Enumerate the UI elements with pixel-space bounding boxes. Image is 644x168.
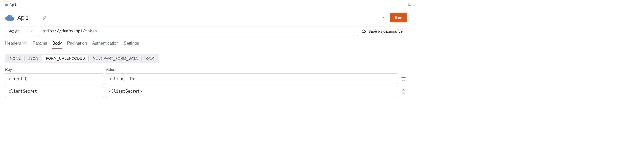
- request-subtabs: Headers 1 Params Body Pagination Authent…: [0, 36, 412, 49]
- cloud-icon: [5, 4, 8, 6]
- window: Api1 Api1 ··· Run POST Save as datasourc…: [0, 0, 412, 107]
- run-button[interactable]: Run: [390, 13, 407, 22]
- body-type-json[interactable]: JSON: [25, 55, 42, 62]
- chevron-down-icon: [30, 29, 33, 33]
- tab-settings[interactable]: Settings: [124, 41, 139, 49]
- more-menu-button[interactable]: ···: [380, 14, 387, 21]
- form-data-table: Key Value: [0, 63, 412, 97]
- kv-value-input[interactable]: [106, 73, 398, 84]
- body-type-segment: NONE JSON FORM_URLENCODED MULTIPART_FORM…: [5, 54, 159, 63]
- kv-key-input[interactable]: [5, 86, 104, 97]
- tab-headers-label: Headers: [5, 41, 21, 46]
- kv-header-row: Key Value: [5, 67, 407, 72]
- tabstrip-right: [408, 0, 412, 8]
- tab-authentication[interactable]: Authentication: [92, 41, 118, 49]
- panel-toggle-icon[interactable]: [408, 2, 411, 6]
- save-datasource-label: Save as datasource: [368, 29, 403, 33]
- kv-header-key: Key: [5, 67, 104, 72]
- tab-active-indicator: [2, 1, 10, 1]
- body-type-raw[interactable]: RAW: [142, 55, 158, 62]
- kv-row: [5, 73, 407, 84]
- tab-pagination[interactable]: Pagination: [67, 41, 87, 49]
- kv-value-input[interactable]: [106, 86, 398, 97]
- svg-rect-0: [408, 3, 411, 6]
- kv-row: [5, 86, 407, 97]
- edit-icon[interactable]: [42, 16, 47, 20]
- trash-icon: [401, 89, 406, 94]
- delete-row-button[interactable]: [400, 88, 407, 95]
- body-type-multipart[interactable]: MULTIPART_FORM_DATA: [89, 55, 141, 62]
- url-input[interactable]: [42, 28, 351, 34]
- editor-tab-label: Api1: [10, 3, 16, 7]
- url-input-wrap: [39, 26, 354, 36]
- delete-row-button[interactable]: [400, 75, 407, 82]
- http-method-select[interactable]: POST: [5, 26, 36, 36]
- cloud-save-icon: [361, 29, 366, 33]
- body-type-none[interactable]: NONE: [6, 55, 24, 62]
- trash-icon: [401, 76, 406, 81]
- kv-header-value: Value: [106, 67, 398, 72]
- cloud-icon: [5, 15, 14, 21]
- tab-headers[interactable]: Headers 1: [5, 41, 27, 49]
- request-row: POST Save as datasource: [0, 22, 412, 36]
- editor-tabstrip: Api1: [0, 0, 412, 8]
- tab-params[interactable]: Params: [33, 41, 47, 49]
- body-type-form-urlencoded[interactable]: FORM_URLENCODED: [42, 55, 89, 62]
- api-header: Api1 ··· Run: [0, 8, 412, 22]
- tab-body[interactable]: Body: [52, 41, 62, 49]
- kv-key-input[interactable]: [5, 73, 104, 84]
- save-datasource-button[interactable]: Save as datasource: [357, 26, 407, 36]
- editor-tab-api1[interactable]: Api1: [2, 1, 20, 8]
- http-method-value: POST: [9, 29, 19, 33]
- headers-count-badge: 1: [22, 41, 27, 45]
- body-type-segment-wrap: NONE JSON FORM_URLENCODED MULTIPART_FORM…: [0, 49, 412, 63]
- api-title: Api1: [17, 14, 29, 21]
